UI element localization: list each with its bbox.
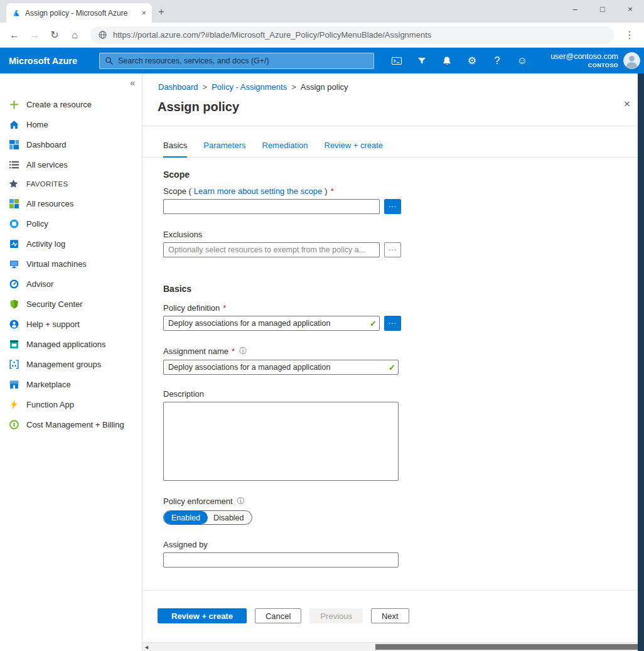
sidebar-item-function-app[interactable]: Function App [0,394,142,414]
browser-home-icon[interactable]: ⌂ [65,26,84,45]
sidebar-item-label: Virtual machines [26,259,87,269]
scope-input[interactable] [163,199,380,214]
address-bar[interactable]: https://portal.azure.com/?#blade/Microso… [90,26,614,44]
advisor-gauge-icon [9,279,19,289]
sidebar-item-policy[interactable]: Policy [0,213,142,234]
assignment-name-input[interactable] [163,360,399,375]
sidebar-item-home[interactable]: Home [0,114,142,134]
sidebar-item-management-groups[interactable]: Management groups [0,354,142,374]
sidebar-item-label: Home [26,120,48,129]
sidebar-collapse-icon[interactable]: « [130,78,135,88]
sidebar-item-cost-management-billing[interactable]: Cost Management + Billing [0,414,142,434]
lightning-icon [9,399,19,410]
footer-divider [142,590,638,591]
sidebar-item-activity-log[interactable]: Activity log [0,234,142,254]
basics-section-title: Basics [163,284,638,294]
assigned-by-input[interactable] [163,552,399,568]
tab-review-create[interactable]: Review + create [325,141,384,157]
cloud-shell-icon[interactable] [384,48,409,73]
back-icon[interactable]: ← [5,26,24,45]
enforcement-enabled-option[interactable]: Enabled [164,511,208,524]
help-support-person-icon [9,319,19,330]
breadcrumb-separator: > [291,82,296,92]
star-icon [9,179,19,190]
sidebar-item-managed-applications[interactable]: Managed applications [0,334,142,354]
sidebar-item-all-services[interactable]: All services [0,154,142,175]
tab-basics[interactable]: Basics [163,141,187,158]
activity-log-icon [9,239,19,249]
global-search[interactable] [99,53,374,69]
next-button[interactable]: Next [371,608,409,623]
info-icon: ⓘ [239,346,247,357]
sidebar-item-security-center[interactable]: Security Center [0,294,142,314]
refresh-icon[interactable]: ↻ [45,26,64,45]
sidebar-item-marketplace[interactable]: Marketplace [0,374,142,394]
sidebar-item-label: Managed applications [26,340,105,349]
assigned-by-label: Assigned by [163,540,638,549]
sidebar-item-label: Help + support [26,320,80,329]
plus-icon [9,99,19,110]
description-textarea[interactable] [163,402,399,481]
tab-close-icon[interactable]: × [141,8,146,18]
feedback-smiley-icon[interactable]: ☺ [510,48,535,73]
breadcrumb-policy-assignments[interactable]: Policy - Assignments [212,82,287,92]
scroll-left-icon[interactable]: ◄ [144,643,149,651]
sidebar-item-label: Advisor [26,279,53,289]
sidebar-item-virtual-machines[interactable]: Virtual machines [0,254,142,274]
azure-brand[interactable]: Microsoft Azure [9,56,89,66]
directory-filter-icon[interactable] [409,48,434,73]
breadcrumb-dashboard[interactable]: Dashboard [158,82,198,92]
description-label: Description [163,389,638,399]
review-create-button[interactable]: Review + create [158,608,247,623]
sidebar-item-label: Dashboard [26,140,67,149]
policy-definition-input[interactable] [163,316,380,331]
help-icon[interactable]: ? [485,48,510,73]
horizontal-scrollbar-thumb[interactable] [375,644,638,650]
sidebar-item-label: Function App [26,400,74,409]
avatar[interactable] [623,52,640,69]
scope-learn-more-link[interactable]: Learn more about setting the scope [194,186,323,196]
dashboard-icon [9,139,19,150]
sidebar-item-label: Cost Management + Billing [26,420,124,429]
sidebar-item-help-support[interactable]: Help + support [0,314,142,334]
vertical-scrollbar[interactable] [638,73,644,651]
forward-icon[interactable]: → [25,26,44,45]
enforcement-disabled-option[interactable]: Disabled [208,511,252,524]
list-icon [9,159,19,170]
horizontal-scrollbar[interactable]: ◄ [142,642,638,651]
breadcrumb: Dashboard > Policy - Assignments > Assig… [142,73,638,92]
browser-menu-icon[interactable]: ⋮ [620,26,639,45]
notifications-bell-icon[interactable] [434,48,459,73]
tab-parameters[interactable]: Parameters [203,141,245,157]
assignment-name-label: Assignment name * ⓘ [163,346,638,357]
sidebar-item-label: Marketplace [26,380,71,389]
sidebar-item-create-a-resource[interactable]: Create a resource [0,94,142,114]
marketplace-icon [9,379,19,390]
sidebar-item-label: Activity log [26,239,65,249]
sidebar-item-dashboard[interactable]: Dashboard [0,134,142,154]
policy-icon [9,218,19,229]
cancel-button[interactable]: Cancel [255,608,301,623]
exclusions-input[interactable] [163,242,380,257]
window-close-icon[interactable]: × [616,0,644,21]
scope-browse-button[interactable]: ... [384,199,401,214]
tab-remediation[interactable]: Remediation [262,141,308,157]
sidebar-item-label: Create a resource [26,100,92,109]
sidebar-item-advisor[interactable]: Advisor [0,274,142,294]
search-icon [105,56,114,65]
browser-tab[interactable]: Assign policy - Microsoft Azure × [6,3,152,23]
policy-definition-browse-button[interactable]: ... [384,316,401,331]
exclusions-browse-button[interactable]: ... [384,242,401,257]
sidebar-item-all-resources[interactable]: All resources [0,193,142,213]
previous-button[interactable]: Previous [309,608,363,623]
window-controls: – □ × [561,0,644,21]
site-info-globe-icon[interactable] [98,30,107,40]
search-input[interactable] [118,56,368,65]
user-block[interactable]: user@contoso.com CONTOSO [550,52,623,69]
required-marker: * [232,347,235,356]
settings-gear-icon[interactable]: ⚙ [459,48,485,73]
blade-close-icon[interactable]: × [624,98,630,110]
minimize-icon[interactable]: – [561,0,589,21]
maximize-icon[interactable]: □ [589,0,616,21]
new-tab-button[interactable]: + [152,3,171,21]
